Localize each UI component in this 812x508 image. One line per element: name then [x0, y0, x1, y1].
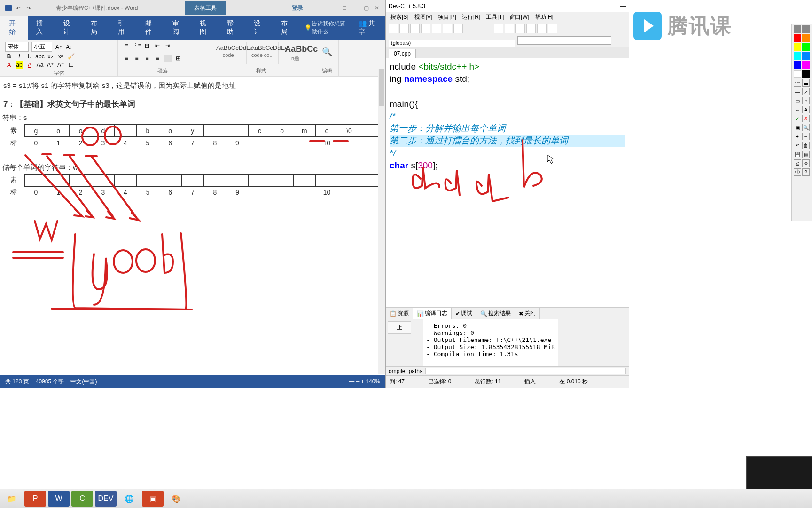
change-case-icon[interactable]: Aa — [36, 61, 44, 69]
tab-close[interactable]: ✖ 关闭 — [515, 308, 540, 319]
stop-button[interactable]: 止 — [388, 321, 411, 334]
devcpp-icon[interactable]: DEV — [95, 491, 117, 507]
highlighter-icon[interactable]: ▬ — [802, 79, 810, 87]
word-scrollbar[interactable] — [378, 69, 385, 374]
char-border-icon[interactable]: ☐ — [67, 61, 75, 69]
close-icon[interactable] — [537, 24, 547, 33]
color-grey2[interactable] — [802, 25, 810, 33]
tab-home[interactable]: 开始 — [0, 16, 28, 40]
subscript-icon[interactable]: x₂ — [47, 53, 54, 60]
language[interactable]: 中文(中国) — [70, 378, 97, 386]
new-icon[interactable] — [494, 24, 503, 33]
color-cyan[interactable] — [794, 52, 801, 60]
undo-icon[interactable]: ↶ — [794, 142, 801, 149]
style-code-co[interactable]: AaBbCcDdEecode co... — [246, 42, 279, 64]
back-icon[interactable] — [389, 24, 398, 33]
menu-search[interactable]: 搜索[S] — [389, 12, 411, 22]
enlarge-icon[interactable]: A⁺ — [47, 61, 54, 69]
multilevel-icon[interactable]: ⊟ — [143, 42, 151, 49]
info-icon[interactable]: ⓘ — [794, 168, 801, 176]
tab-debug[interactable]: ✔ 调试 — [452, 308, 476, 319]
align-right-icon[interactable]: ≡ — [143, 55, 151, 62]
rect-icon[interactable]: ▭ — [794, 97, 801, 104]
ellipse-icon[interactable]: ○ — [802, 97, 810, 104]
ribbon-options-icon[interactable]: ⊡ — [342, 5, 347, 11]
highlight-icon[interactable]: ab — [16, 61, 23, 69]
board-icon[interactable]: ▤ — [802, 151, 810, 158]
minimize-icon[interactable]: — — [620, 3, 626, 9]
tab-resources[interactable]: 📋 资源 — [386, 308, 413, 319]
tab-mailings[interactable]: 邮件 — [137, 16, 164, 40]
tab-references[interactable]: 引用 — [109, 16, 137, 40]
tab-search-results[interactable]: 🔍 搜索结果 — [476, 308, 515, 319]
menu-project[interactable]: 项目[P] — [436, 12, 458, 22]
grow-font-icon[interactable]: A↑ — [55, 43, 62, 51]
explorer-icon[interactable]: 📁 — [1, 491, 23, 507]
powerpoint-icon[interactable]: P — [24, 491, 46, 507]
plus-icon[interactable]: + — [794, 133, 801, 140]
print-icon[interactable]: 🖨 — [794, 159, 801, 167]
pen-icon[interactable]: 〰 — [794, 79, 801, 87]
menu-view[interactable]: 视图[V] — [413, 12, 435, 22]
menu-help[interactable]: 帮助[H] — [533, 12, 555, 22]
page-count[interactable]: 共 123 页 — [5, 378, 29, 386]
font-color-icon[interactable]: A̲ — [5, 61, 13, 69]
print-icon[interactable] — [548, 24, 557, 33]
compile-icon[interactable] — [410, 24, 420, 33]
epic-pen-icon[interactable]: 🎨 — [165, 491, 187, 507]
arrowhead-icon[interactable]: ↔ — [794, 106, 801, 113]
bullets-icon[interactable]: ≡ — [123, 42, 130, 49]
color-magenta[interactable] — [802, 61, 810, 69]
text-icon[interactable]: A — [802, 106, 810, 113]
borders-icon[interactable]: ⊞ — [174, 55, 182, 62]
strike-icon[interactable]: abc — [36, 53, 44, 60]
style-code[interactable]: AaBbCcDdEecode — [212, 42, 244, 64]
find-icon[interactable]: 🔍 — [320, 47, 334, 57]
app-icon[interactable]: ▣ — [142, 491, 164, 507]
redo-icon[interactable]: ↷ — [26, 5, 32, 11]
menu-window[interactable]: 窗口[W] — [508, 12, 531, 22]
bold-icon[interactable]: B — [5, 53, 13, 60]
zoom-icon[interactable]: 🔍 — [802, 124, 810, 131]
document-body[interactable]: s3 = s1;//将 s1 的字符串复制给 s3，这是错误的，因为实际上赋值的… — [0, 77, 385, 321]
color-green[interactable] — [802, 43, 810, 51]
indent-dec-icon[interactable]: ⇤ — [154, 42, 161, 49]
numbering-icon[interactable]: ⋮≡ — [133, 42, 141, 49]
color-blue[interactable] — [802, 52, 810, 60]
menu-tools[interactable]: 工具[T] — [484, 12, 506, 22]
underline-icon[interactable]: U — [26, 53, 33, 60]
color-yellow[interactable] — [794, 43, 801, 51]
save-icon[interactable] — [515, 24, 525, 33]
superscript-icon[interactable]: x² — [57, 53, 64, 60]
minimize-icon[interactable]: — — [352, 5, 358, 11]
save-icon[interactable] — [5, 5, 12, 11]
debug-icon[interactable] — [453, 24, 463, 33]
members-selector[interactable] — [517, 36, 611, 45]
tab-table-layout[interactable]: 布局 — [273, 16, 300, 40]
color-darkblue[interactable] — [794, 61, 801, 69]
shrink-icon[interactable]: A⁻ — [57, 61, 64, 69]
color-black[interactable] — [802, 70, 810, 78]
open-icon[interactable] — [505, 24, 514, 33]
italic-icon[interactable]: I — [16, 53, 23, 60]
color-white[interactable] — [794, 70, 801, 78]
minus-icon[interactable]: − — [802, 133, 810, 140]
arrow-icon[interactable]: ↗ — [802, 88, 810, 95]
tab-help[interactable]: 帮助 — [219, 16, 246, 40]
tab-layout[interactable]: 布局 — [82, 16, 109, 40]
indent-inc-icon[interactable]: ⇥ — [164, 42, 172, 49]
compile-run-icon[interactable] — [432, 24, 441, 33]
maximize-icon[interactable]: ▢ — [364, 5, 369, 11]
forward-icon[interactable] — [399, 24, 409, 33]
help-icon[interactable]: ? — [802, 168, 810, 176]
menu-run[interactable]: 运行[R] — [460, 12, 482, 22]
tab-compile-log[interactable]: 📊 编译日志 — [413, 308, 452, 319]
camtasia-icon[interactable]: C — [71, 491, 93, 507]
font-selector[interactable]: 宋体 — [5, 42, 29, 52]
word-count[interactable]: 40985 个字 — [36, 378, 64, 386]
box-icon[interactable]: ▣ — [794, 124, 801, 131]
tab-review[interactable]: 审阅 — [164, 16, 191, 40]
word-icon[interactable]: W — [48, 491, 70, 507]
styles-gallery[interactable]: AaBbCcDdEecode AaBbCcDdEecode co... AaBb… — [212, 42, 310, 64]
justify-icon[interactable]: ≡ — [154, 55, 161, 62]
